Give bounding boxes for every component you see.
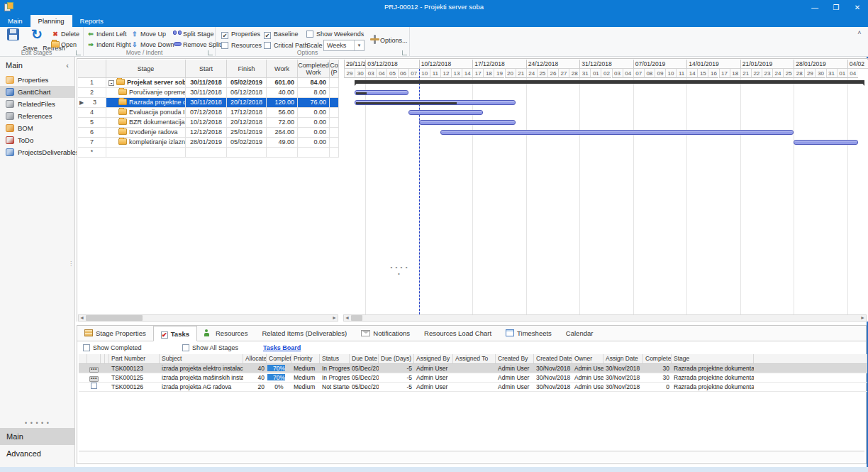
task-cell-created_date[interactable]: 30/Nov/2018 xyxy=(534,364,572,373)
stage-cell-work[interactable]: 601.00 xyxy=(267,78,298,88)
task-cell-stage[interactable]: Razrada projektne dokumentacije xyxy=(672,373,754,383)
stage-cell-finish[interactable] xyxy=(227,148,267,158)
task-header-completed[interactable]: Completed xyxy=(643,354,672,364)
stage-cell-num[interactable]: 1 xyxy=(78,78,106,88)
task-cell-subject[interactable]: izrada projekta mašinskih instalacija xyxy=(160,373,243,383)
stage-table-header-completed[interactable]: Completed Work xyxy=(298,60,330,78)
show-all-stages-checkbox[interactable]: Show All Stages xyxy=(182,344,238,353)
task-cell-completed[interactable]: 30 xyxy=(643,364,672,373)
options-dialog-launcher-icon[interactable] xyxy=(402,50,407,55)
edit-stages-dialog-launcher-icon[interactable] xyxy=(76,50,81,55)
task-bar[interactable] xyxy=(355,90,408,95)
ribbon-tab-main[interactable]: Main xyxy=(0,15,30,27)
stage-cell-completed[interactable]: 0.00 xyxy=(298,128,330,138)
task-header-assigned_to[interactable]: Assigned To xyxy=(453,354,496,364)
stage-cell-completed[interactable]: 0.00 xyxy=(298,118,330,128)
task-cell-assign_date[interactable]: 30/Nov/2018 xyxy=(603,383,643,392)
task-cell-part[interactable]: TSK000123 xyxy=(109,364,160,373)
stage-cell-start[interactable]: 10/12/2018 xyxy=(186,118,227,128)
task-cell-due_days[interactable]: -5 xyxy=(379,373,414,383)
task-cell-completed[interactable]: 30 xyxy=(643,373,672,383)
stage-cell-co[interactable] xyxy=(330,88,339,98)
task-cell-assigned_to[interactable] xyxy=(453,364,496,373)
task-cell-status[interactable]: In Progress xyxy=(320,373,350,383)
task-header-part[interactable]: Part Number xyxy=(109,354,160,364)
task-cell-subject[interactable]: izrada projekta elektro instalacija xyxy=(160,364,243,373)
stage-cell-finish[interactable]: 20/12/2018 xyxy=(227,118,267,128)
task-header-assign_date[interactable]: Assign Date xyxy=(603,354,643,364)
stage-cell-co[interactable] xyxy=(330,118,339,128)
stage-cell-start[interactable]: 28/01/2019 xyxy=(186,138,227,148)
task-cell-due_date[interactable]: 05/Dec/2018 xyxy=(350,383,379,392)
options-button[interactable]: Options... xyxy=(370,35,408,45)
stage-table-header-num[interactable] xyxy=(78,60,106,78)
bottom-tab-resources-load-chart[interactable]: Resources Load Chart xyxy=(417,326,499,341)
sidebar-section-advanced[interactable]: Advanced xyxy=(0,445,74,462)
task-cell-fill[interactable] xyxy=(754,383,867,392)
stage-cell-finish[interactable]: 17/12/2018 xyxy=(227,108,267,118)
move-up-button[interactable]: ⇧Move Up xyxy=(130,29,166,40)
task-cell-icon[interactable]: ••• xyxy=(87,373,101,383)
task-cell-stage[interactable]: Razrada projektne dokumentacije xyxy=(672,383,754,392)
task-cell-created_date[interactable]: 30/Nov/2018 xyxy=(534,383,572,392)
stage-cell-work[interactable]: 49.00 xyxy=(267,138,298,148)
stage-cell-num[interactable]: 6 xyxy=(78,128,106,138)
task-cell-owner[interactable]: Admin User xyxy=(572,383,603,392)
task-cell-owner[interactable]: Admin User xyxy=(572,364,603,373)
task-header-created_date[interactable]: Created Date xyxy=(534,354,572,364)
task-cell-stage[interactable]: Razrada projektne dokumentacije xyxy=(672,364,754,373)
stage-cell-stage[interactable]: -Projekat server sobe xyxy=(106,78,186,88)
task-cell-created_by[interactable]: Admin User xyxy=(496,364,534,373)
task-header-ind[interactable] xyxy=(79,354,87,364)
task-cell-assigned_to[interactable] xyxy=(453,383,496,392)
sidebar-splitter-grip[interactable]: ⋮ xyxy=(68,263,74,265)
stage-cell-num[interactable]: 4 xyxy=(78,108,106,118)
bottom-tab-tasks[interactable]: ✔Tasks xyxy=(153,326,197,341)
stage-cell-work[interactable]: 40.00 xyxy=(267,88,298,98)
stage-cell-completed[interactable]: 0.00 xyxy=(298,108,330,118)
bottom-tab-related-items-deliverables-[interactable]: Related Items (Deliverables) xyxy=(255,326,354,341)
stage-cell-work[interactable]: 56.00 xyxy=(267,108,298,118)
ribbon-checkbox-baseline[interactable]: ✔Baseline xyxy=(264,30,299,40)
stage-cell-num[interactable]: 2 xyxy=(78,88,106,98)
stage-cell-num[interactable]: 5 xyxy=(78,118,106,128)
task-cell-created_date[interactable]: 30/Nov/2018 xyxy=(534,373,572,383)
ribbon-checkbox-show-weekends[interactable]: Show Weekends xyxy=(306,30,364,40)
sidebar-item-todo[interactable]: ToDo xyxy=(0,134,74,146)
minimize-button[interactable]: — xyxy=(804,0,825,15)
stage-cell-start[interactable]: 12/12/2018 xyxy=(186,128,227,138)
stage-cell-finish[interactable]: 06/12/2018 xyxy=(227,88,267,98)
task-cell-priority[interactable]: Medium xyxy=(291,383,320,392)
task-header-created_by[interactable]: Created By xyxy=(496,354,534,364)
task-cell-priority[interactable]: Medium xyxy=(291,364,320,373)
bottom-tab-timesheets[interactable]: Timesheets xyxy=(499,326,559,341)
task-header-subject[interactable]: Subject xyxy=(160,354,243,364)
stage-cell-stage[interactable]: BZR dokumentacija xyxy=(106,118,186,128)
task-header-stage[interactable]: Stage xyxy=(672,354,754,364)
stage-cell-start[interactable]: 30/11/2018 xyxy=(186,88,227,98)
collapse-icon[interactable]: - xyxy=(108,80,114,86)
stage-table-header-start[interactable]: Start xyxy=(186,60,227,78)
task-cell-part[interactable]: TSK000126 xyxy=(109,383,160,392)
stage-table-header-stage[interactable]: Stage xyxy=(106,60,186,78)
task-cell-assign_date[interactable]: 30/Nov/2018 xyxy=(603,373,643,383)
move-indent-dialog-launcher-icon[interactable] xyxy=(208,50,213,55)
task-header-status[interactable]: Status xyxy=(320,354,350,364)
task-checkbox-icon[interactable] xyxy=(91,383,97,389)
stage-cell-completed[interactable]: 8.00 xyxy=(298,88,330,98)
stage-cell-finish[interactable]: 25/01/2019 xyxy=(227,128,267,138)
stage-cell-co[interactable] xyxy=(330,138,339,148)
task-cell-assign_date[interactable]: 30/Nov/2018 xyxy=(603,364,643,373)
task-cell-icon[interactable] xyxy=(87,383,101,392)
tasks-board-link[interactable]: Tasks Board xyxy=(263,344,301,351)
stage-table-header-finish[interactable]: Finish xyxy=(227,60,267,78)
stage-cell-completed[interactable]: 84.00 xyxy=(298,78,330,88)
task-cell-ind[interactable] xyxy=(79,373,87,383)
stage-cell-stage[interactable] xyxy=(106,148,186,158)
task-cell-status[interactable]: In Progress xyxy=(320,364,350,373)
stage-cell-stage[interactable]: Evaluacija ponuda I izbor p... xyxy=(106,108,186,118)
show-completed-checkbox[interactable]: Show Completed xyxy=(83,344,142,353)
task-header-priority[interactable]: Priority xyxy=(291,354,320,364)
stage-cell-start[interactable]: 07/12/2018 xyxy=(186,108,227,118)
chart-hscrollbar[interactable]: ◄ ► xyxy=(343,314,867,322)
